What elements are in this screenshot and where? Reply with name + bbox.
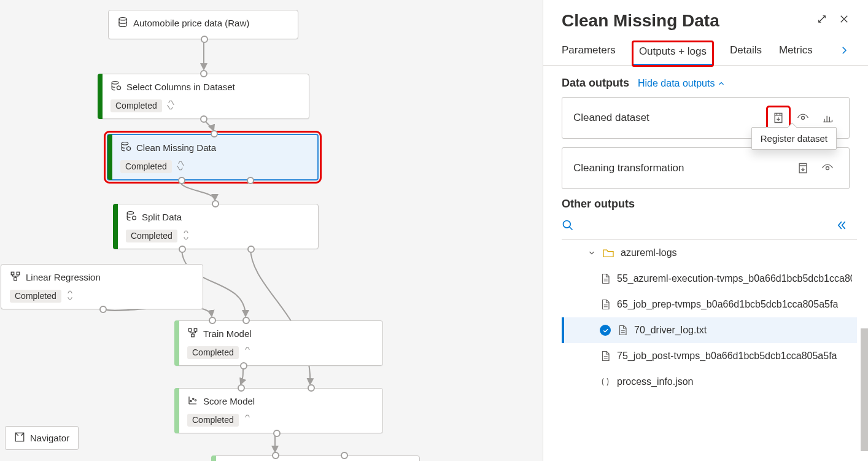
svg-point-19: [564, 221, 571, 228]
node-score-model[interactable]: Score Model Completed: [174, 388, 383, 433]
svg-rect-8: [17, 272, 20, 275]
input-port-1[interactable]: [209, 317, 216, 324]
navigator-button[interactable]: Navigator: [5, 426, 79, 450]
node-title: Select Columns in Dataset: [126, 82, 235, 92]
tab-metrics[interactable]: Metrics: [779, 44, 813, 63]
recycle-icon: [242, 414, 252, 426]
node-select-columns[interactable]: Select Columns in Dataset Completed: [98, 74, 309, 119]
tab-outputs-logs[interactable]: Outputs + logs: [633, 42, 713, 66]
dataset-gear-icon: [126, 211, 137, 223]
output-cleaned-dataset: Cleaned dataset Register dataset: [562, 97, 850, 139]
output-port-2[interactable]: [247, 246, 255, 253]
input-port-1[interactable]: [238, 384, 245, 392]
node-linear-regression[interactable]: Linear Regression Completed: [1, 264, 203, 309]
node-automobile-raw[interactable]: Automobile price data (Raw): [108, 10, 298, 39]
svg-point-15: [195, 400, 196, 401]
recycle-icon: [181, 230, 191, 242]
output-port-2[interactable]: [247, 177, 254, 184]
output-port[interactable]: [240, 362, 247, 370]
output-port[interactable]: [99, 306, 107, 313]
output-port[interactable]: [201, 36, 208, 43]
expand-icon[interactable]: [816, 14, 827, 26]
collapse-tree-icon[interactable]: [835, 219, 847, 233]
dataset-gear-icon: [110, 80, 122, 93]
pipeline-canvas[interactable]: Automobile price data (Raw) Select Colum…: [0, 0, 543, 461]
status-badge: Completed: [187, 346, 239, 359]
svg-rect-10: [188, 328, 192, 331]
recycle-icon: [242, 347, 252, 358]
status-badge: Completed: [110, 99, 162, 112]
other-outputs-heading: Other outputs: [562, 198, 850, 211]
preview-button[interactable]: [792, 107, 813, 128]
close-icon[interactable]: [839, 14, 850, 26]
input-port-2[interactable]: [308, 384, 315, 392]
tab-parameters[interactable]: Parameters: [562, 44, 616, 63]
preview-button[interactable]: [817, 158, 838, 179]
tree-file-selected[interactable]: 70_driver_log.txt: [562, 317, 857, 343]
svg-point-6: [133, 216, 136, 220]
input-port[interactable]: [211, 130, 218, 138]
hide-data-outputs-label: Hide data outputs: [638, 78, 715, 89]
tree-label: 70_driver_log.txt: [634, 325, 707, 336]
navigator-label: Navigator: [30, 433, 69, 443]
svg-point-18: [826, 167, 829, 170]
tabs-scroll-right-icon[interactable]: [839, 45, 850, 63]
node-title: Score Model: [203, 396, 255, 406]
svg-point-4: [127, 147, 131, 150]
node-split-data[interactable]: Split Data Completed: [113, 204, 319, 249]
output-port[interactable]: [273, 430, 281, 437]
svg-point-5: [127, 212, 134, 215]
output-label: Cleaned dataset: [573, 112, 649, 124]
svg-rect-11: [194, 328, 197, 331]
output-port-1[interactable]: [179, 246, 186, 253]
svg-point-2: [117, 86, 121, 90]
search-icon[interactable]: [562, 219, 574, 233]
tree-file[interactable]: 55_azureml-execution-tvmps_b0a66d1bcb5dc…: [562, 266, 857, 292]
register-dataset-button[interactable]: [768, 107, 789, 128]
recycle-icon: [65, 290, 75, 302]
data-outputs-heading: Data outputs: [562, 77, 629, 90]
node-train-model[interactable]: Train Model Completed: [174, 320, 383, 366]
navigator-icon: [14, 432, 25, 444]
input-port-1[interactable]: [272, 452, 279, 459]
node-title: Train Model: [203, 328, 252, 339]
database-icon: [117, 17, 128, 29]
node-title: Split Data: [142, 212, 182, 222]
recycle-icon: [166, 100, 176, 112]
input-port[interactable]: [200, 70, 207, 77]
node-clean-missing-data[interactable]: Clean Missing Data Completed: [107, 134, 319, 180]
tree-file[interactable]: process_info.json: [562, 369, 857, 395]
hide-data-outputs-link[interactable]: Hide data outputs: [638, 78, 726, 89]
svg-rect-7: [11, 272, 14, 275]
flow-icon: [10, 271, 21, 284]
check-circle-icon: [600, 325, 611, 336]
tree-file[interactable]: 65_job_prep-tvmps_b0a66d1bcb5dcb1cca805a…: [562, 292, 857, 317]
tree-folder-azureml-logs[interactable]: azureml-logs: [562, 240, 857, 266]
svg-rect-12: [192, 334, 195, 337]
svg-point-14: [193, 398, 194, 400]
input-port-2[interactable]: [242, 317, 250, 324]
output-port-1[interactable]: [178, 177, 185, 184]
tree-label: process_info.json: [617, 376, 694, 387]
output-port[interactable]: [200, 115, 207, 123]
node-title: Clean Missing Data: [136, 142, 216, 153]
flow-icon: [187, 327, 198, 340]
node-title: Automobile price data (Raw): [133, 18, 249, 28]
svg-rect-9: [14, 277, 17, 281]
scrollbar-thumb[interactable]: [861, 328, 868, 451]
dataset-gear-icon: [120, 141, 131, 154]
tree-file[interactable]: 75_job_post-tvmps_b0a66d1bcb5dcb1cca805a…: [562, 343, 857, 369]
status-badge: Completed: [120, 160, 172, 173]
svg-point-13: [190, 400, 192, 401]
tree-label: 55_azureml-execution-tvmps_b0a66d1bcb5dc…: [617, 273, 852, 284]
chart-icon: [187, 395, 198, 408]
visualize-button[interactable]: [817, 107, 838, 128]
input-port-2[interactable]: [341, 452, 348, 459]
output-cleaning-transformation: Cleaning transformation: [562, 147, 850, 189]
tab-details[interactable]: Details: [730, 44, 762, 63]
register-dataset-button[interactable]: [792, 158, 813, 179]
panel-title: Clean Missing Data: [562, 11, 719, 31]
input-port[interactable]: [212, 200, 219, 207]
node-evaluate-model[interactable]: Evaluate Model: [211, 455, 420, 461]
status-badge: Completed: [126, 230, 177, 242]
